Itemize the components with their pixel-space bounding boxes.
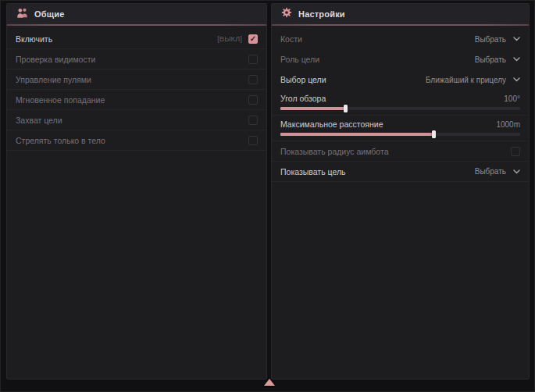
people-icon — [16, 7, 29, 22]
row-fov: Угол обзора 100° — [272, 90, 529, 116]
chevron-down-icon — [513, 57, 520, 62]
bones-dropdown[interactable]: Выбрать — [475, 35, 520, 44]
bullet-control-label: Управление пулями — [16, 75, 248, 84]
settings-panel-header: Настройки — [272, 4, 529, 24]
max-distance-slider[interactable] — [280, 133, 520, 136]
enable-label: Включить — [16, 34, 217, 44]
row-target-role: Роль цели Выбрать — [272, 49, 529, 69]
enable-hotkey-badge[interactable]: [ВЫКЛ] — [217, 34, 242, 43]
fov-label: Угол обзора — [280, 94, 504, 103]
target-lock-label: Захват цели — [16, 116, 248, 125]
target-role-label: Роль цели — [280, 55, 475, 64]
general-panel-header: Общие — [7, 4, 266, 24]
row-bones: Кости Выбрать — [272, 29, 529, 49]
target-lock-checkbox[interactable] — [248, 116, 258, 125]
target-select-dropdown-value: Ближайший к прицелу — [426, 76, 506, 84]
target-role-dropdown[interactable]: Выбрать — [475, 55, 520, 64]
row-instant-hit: Мгновенное попадание — [7, 90, 266, 110]
instant-hit-checkbox[interactable] — [248, 95, 258, 105]
settings-panel: Настройки Кости Выбрать Роль цели Выбрат… — [271, 3, 530, 380]
row-max-distance: Максимальное расстояние 1000m — [272, 116, 529, 141]
fov-slider-fill — [280, 107, 345, 110]
fov-slider-thumb[interactable] — [344, 105, 348, 112]
target-select-dropdown[interactable]: Ближайший к прицелу — [426, 76, 520, 84]
check-icon: ✓ — [250, 34, 256, 42]
row-show-target: Показывать цель Выбрать — [272, 162, 529, 182]
show-radius-checkbox[interactable] — [511, 147, 520, 156]
instant-hit-label: Мгновенное попадание — [16, 95, 248, 105]
chevron-down-icon — [513, 37, 520, 41]
visibility-check-checkbox[interactable] — [248, 55, 258, 64]
general-panel-title: Общие — [34, 9, 65, 19]
row-target-select: Выбор цели Ближайший к прицелу — [272, 69, 529, 90]
target-select-label: Выбор цели — [280, 75, 426, 84]
mouse-cursor-icon — [264, 379, 275, 386]
show-radius-label: Показывать радиус аимбота — [280, 147, 511, 156]
bones-dropdown-value: Выбрать — [475, 35, 506, 44]
max-distance-label: Максимальное расстояние — [280, 119, 496, 129]
show-target-label: Показывать цель — [280, 167, 475, 176]
general-panel: Общие Включить [ВЫКЛ] ✓ Проверка видимос… — [6, 3, 267, 380]
enable-checkbox[interactable]: ✓ — [248, 34, 258, 44]
max-distance-slider-fill — [280, 133, 433, 136]
row-body-only: Стрелять только в тело — [7, 130, 266, 151]
gear-icon — [280, 6, 293, 22]
body-only-checkbox[interactable] — [248, 136, 258, 145]
body-only-label: Стрелять только в тело — [16, 136, 248, 145]
row-show-radius: Показывать радиус аимбота — [272, 141, 529, 162]
visibility-check-label: Проверка видимости — [16, 55, 248, 64]
bullet-control-checkbox[interactable] — [248, 75, 258, 84]
show-target-dropdown[interactable]: Выбрать — [475, 167, 520, 176]
settings-panel-title: Настройки — [298, 9, 345, 19]
fov-value: 100° — [504, 94, 520, 103]
target-role-dropdown-value: Выбрать — [475, 55, 506, 64]
row-bullet-control: Управление пулями — [7, 69, 266, 90]
show-target-dropdown-value: Выбрать — [475, 167, 506, 176]
bones-label: Кости — [280, 34, 475, 44]
chevron-down-icon — [513, 169, 520, 174]
max-distance-value: 1000m — [496, 120, 520, 129]
chevron-down-icon — [513, 77, 520, 82]
row-enable: Включить [ВЫКЛ] ✓ — [7, 29, 266, 49]
row-target-lock: Захват цели — [7, 110, 266, 130]
row-visibility-check: Проверка видимости — [7, 49, 266, 69]
max-distance-slider-thumb[interactable] — [432, 130, 436, 138]
fov-slider[interactable] — [280, 107, 520, 110]
